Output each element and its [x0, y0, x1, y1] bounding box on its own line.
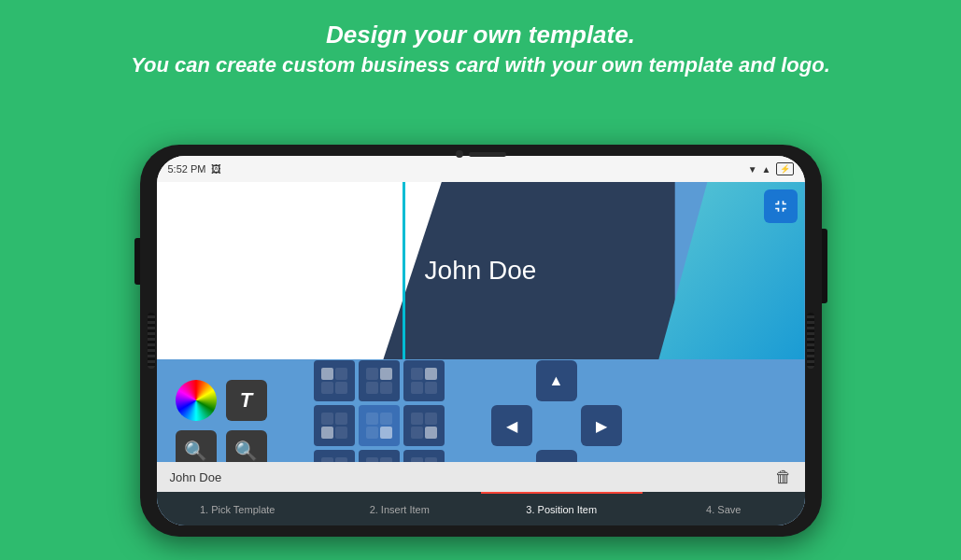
collapse-icon	[771, 197, 790, 216]
status-right: ▼ ▲ ⚡	[748, 162, 794, 175]
text-icon: T	[240, 388, 252, 413]
card-line-cyan	[403, 182, 405, 359]
tab-position-item-label: 3. Position Item	[526, 504, 597, 515]
color-wheel-button[interactable]	[176, 380, 217, 421]
speaker-right	[807, 313, 814, 369]
tool-row-top: T	[176, 380, 267, 421]
left-tools: T 🔍 🔍	[176, 380, 267, 471]
align-top-center[interactable]	[359, 360, 400, 401]
status-bar: 5:52 PM 🖼 ▼ ▲ ⚡	[157, 156, 805, 182]
align-middle-right[interactable]	[403, 405, 445, 446]
arrow-left-icon: ◀	[506, 417, 517, 435]
tab-save[interactable]: 4. Save	[643, 492, 805, 525]
battery-icon: ⚡	[776, 162, 794, 175]
arrow-up-button[interactable]: ▲	[536, 360, 577, 401]
collapse-button[interactable]	[764, 189, 798, 223]
tab-pick-template-label: 1. Pick Template	[200, 504, 276, 515]
notification-icon: 🖼	[211, 163, 221, 175]
speaker-grill	[469, 152, 506, 157]
front-camera	[456, 150, 463, 158]
tab-save-label: 4. Save	[706, 504, 741, 515]
tab-position-item[interactable]: 3. Position Item	[481, 492, 643, 525]
signal-icon: ▲	[762, 164, 771, 175]
align-top-right[interactable]	[403, 360, 445, 401]
header-text: Design your own template. You can create…	[0, 0, 961, 92]
tab-insert-item-label: 2. Insert Item	[370, 504, 430, 515]
trash-button[interactable]: 🗑	[775, 468, 792, 487]
info-bar: John Doe 🗑	[157, 462, 805, 492]
align-center[interactable]	[359, 405, 400, 446]
arrow-right-button[interactable]: ▶	[581, 405, 622, 446]
status-left: 5:52 PM 🖼	[168, 163, 222, 175]
align-middle-left[interactable]	[314, 405, 355, 446]
arrow-right-icon: ▶	[596, 417, 607, 435]
empty-center	[536, 405, 577, 446]
arrow-left-button[interactable]: ◀	[491, 405, 532, 446]
text-tool-button[interactable]: T	[226, 380, 267, 421]
header-line2: You can create custom business card with…	[37, 53, 924, 77]
item-name-label: John Doe	[170, 470, 222, 484]
business-card: John Doe	[157, 182, 805, 359]
nav-tabs: 1. Pick Template 2. Insert Item 3. Posit…	[157, 492, 805, 525]
speaker-left	[148, 313, 155, 369]
align-top-left[interactable]	[314, 360, 355, 401]
empty-top-right	[581, 360, 622, 401]
phone-top-bar	[456, 150, 506, 158]
tab-insert-item[interactable]: 2. Insert Item	[318, 492, 481, 525]
card-name: John Doe	[425, 256, 537, 286]
header-line1: Design your own template.	[37, 21, 924, 49]
zoom-out-icon: 🔍	[234, 440, 258, 462]
zoom-in-icon: 🔍	[184, 440, 207, 462]
tab-pick-template[interactable]: 1. Pick Template	[157, 492, 319, 525]
time-display: 5:52 PM	[168, 163, 206, 175]
phone-frame: 5:52 PM 🖼 ▼ ▲ ⚡ John Doe	[140, 145, 822, 537]
card-area: John Doe T	[157, 182, 805, 525]
arrow-up-icon: ▲	[549, 372, 564, 389]
empty-top-left	[491, 360, 532, 401]
wifi-icon: ▼	[748, 164, 757, 175]
phone-screen: 5:52 PM 🖼 ▼ ▲ ⚡ John Doe	[157, 156, 805, 525]
